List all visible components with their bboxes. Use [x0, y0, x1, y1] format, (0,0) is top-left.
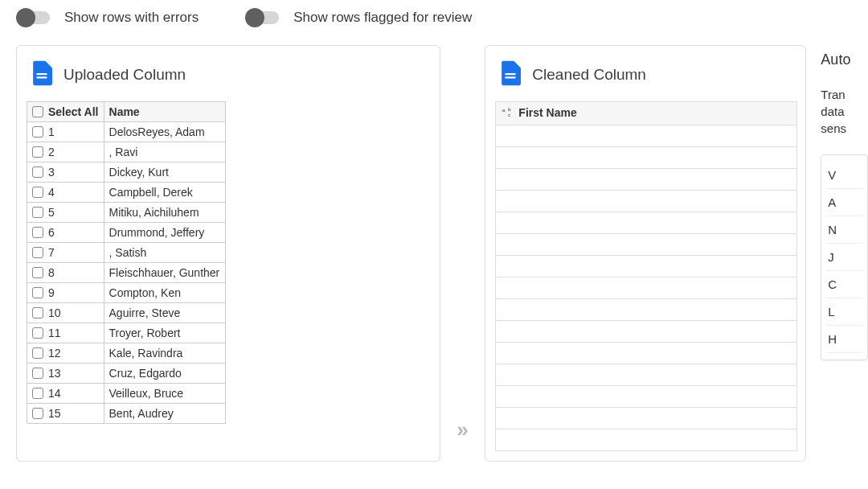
row-select-cell[interactable]: 11 [27, 323, 104, 343]
row-name-cell: Campbell, Derek [104, 183, 225, 203]
side-description: Tran data sens [821, 86, 868, 137]
row-select-cell[interactable]: 6 [27, 223, 104, 243]
row-select-cell[interactable]: 9 [27, 283, 104, 303]
uploaded-table: Select All Name 1DelosReyes, Adam2, Ravi… [27, 101, 226, 424]
table-row[interactable]: 2, Ravi [27, 142, 226, 162]
table-row[interactable] [496, 212, 797, 233]
cleaned-panel: Cleaned Column abc First Name [485, 45, 806, 462]
table-row[interactable]: 11Troyer, Robert [27, 323, 226, 343]
table-row[interactable] [496, 125, 797, 146]
table-row[interactable] [496, 233, 797, 255]
row-name-cell: Kale, Ravindra [104, 343, 225, 364]
row-name-cell: Veilleux, Bruce [104, 384, 225, 404]
checkbox-icon[interactable] [32, 166, 43, 178]
toggle-switch-icon[interactable] [18, 11, 50, 24]
list-item[interactable]: J [826, 244, 862, 271]
toggle-switch-icon[interactable] [247, 11, 279, 24]
checkbox-icon[interactable] [32, 126, 43, 138]
empty-cell [496, 407, 797, 429]
table-row[interactable] [496, 407, 797, 429]
empty-cell [496, 298, 797, 320]
empty-cell [496, 364, 797, 385]
file-icon [31, 60, 52, 88]
checkbox-icon[interactable] [32, 347, 43, 359]
toggle-errors-label: Show rows with errors [64, 10, 199, 26]
row-select-cell[interactable]: 1 [27, 122, 104, 142]
table-row[interactable]: 6Drummond, Jeffery [27, 223, 226, 243]
svg-rect-3 [506, 76, 516, 78]
row-name-cell: Dickey, Kurt [104, 162, 225, 183]
row-name-cell: Drummond, Jeffery [104, 223, 225, 243]
table-row[interactable] [496, 168, 797, 190]
empty-cell [496, 125, 797, 146]
toggle-errors[interactable]: Show rows with errors [18, 10, 199, 26]
checkbox-icon[interactable] [32, 207, 43, 218]
checkbox-icon[interactable] [32, 267, 43, 278]
select-all-header[interactable]: Select All [27, 102, 104, 122]
checkbox-icon[interactable] [32, 287, 43, 298]
row-name-cell: Cruz, Edgardo [104, 364, 225, 384]
table-row[interactable] [496, 342, 797, 364]
checkbox-icon[interactable] [32, 146, 43, 158]
row-select-cell[interactable]: 2 [27, 142, 104, 162]
checkbox-icon[interactable] [32, 388, 43, 399]
checkbox-icon[interactable] [32, 187, 43, 198]
table-row[interactable] [496, 146, 797, 168]
row-select-cell[interactable]: 8 [27, 263, 104, 283]
svg-rect-1 [37, 76, 47, 78]
checkbox-icon[interactable] [32, 106, 43, 117]
row-select-cell[interactable]: 5 [27, 203, 104, 223]
checkbox-icon[interactable] [32, 327, 43, 339]
table-row[interactable]: 3Dickey, Kurt [27, 162, 226, 183]
table-row[interactable]: 14Veilleux, Bruce [27, 384, 226, 404]
table-row[interactable]: 8Fleischhauer, Gunther [27, 263, 226, 283]
table-row[interactable]: 9Compton, Ken [27, 283, 226, 303]
row-name-cell: , Ravi [104, 142, 225, 162]
list-item[interactable]: C [826, 271, 862, 298]
empty-cell [496, 146, 797, 168]
list-item[interactable]: H [826, 326, 862, 353]
table-row[interactable]: 12Kale, Ravindra [27, 343, 226, 364]
table-row[interactable]: 7, Satish [27, 243, 226, 263]
table-row[interactable] [496, 190, 797, 212]
table-row[interactable]: 15Bent, Audrey [27, 404, 226, 424]
checkbox-icon[interactable] [32, 408, 43, 419]
svg-text:c: c [508, 113, 511, 117]
empty-cell [496, 212, 797, 233]
table-row[interactable] [496, 429, 797, 450]
list-item[interactable]: L [826, 298, 862, 326]
row-select-cell[interactable]: 12 [27, 343, 104, 364]
checkbox-icon[interactable] [32, 247, 43, 258]
table-row[interactable] [496, 364, 797, 385]
row-name-cell: Bent, Audrey [104, 404, 225, 424]
row-name-cell: Mitiku, Aichiluhem [104, 203, 225, 223]
svg-text:a: a [502, 108, 506, 113]
table-row[interactable] [496, 255, 797, 277]
row-select-cell[interactable]: 4 [27, 183, 104, 203]
list-item[interactable]: N [826, 216, 862, 244]
table-row[interactable] [496, 320, 797, 342]
list-item[interactable]: V [826, 162, 862, 189]
list-item[interactable]: A [826, 189, 862, 216]
table-row[interactable]: 13Cruz, Edgardo [27, 364, 226, 384]
row-select-cell[interactable]: 13 [27, 364, 104, 384]
table-row[interactable]: 5Mitiku, Aichiluhem [27, 203, 226, 223]
checkbox-icon[interactable] [32, 368, 43, 379]
checkbox-icon[interactable] [32, 227, 43, 238]
table-row[interactable]: 4Campbell, Derek [27, 183, 226, 203]
empty-cell [496, 168, 797, 190]
row-name-cell: , Satish [104, 243, 225, 263]
row-select-cell[interactable]: 7 [27, 243, 104, 263]
table-row[interactable] [496, 385, 797, 407]
table-row[interactable]: 1DelosReyes, Adam [27, 122, 226, 142]
table-row[interactable]: 10Aguirre, Steve [27, 303, 226, 323]
table-row[interactable] [496, 277, 797, 298]
toggle-flagged[interactable]: Show rows flagged for review [247, 10, 472, 26]
cleaned-title: Cleaned Column [532, 66, 646, 84]
row-select-cell[interactable]: 3 [27, 162, 104, 183]
checkbox-icon[interactable] [32, 307, 43, 318]
row-select-cell[interactable]: 10 [27, 303, 104, 323]
table-row[interactable] [496, 298, 797, 320]
row-select-cell[interactable]: 15 [27, 404, 104, 424]
row-select-cell[interactable]: 14 [27, 384, 104, 404]
